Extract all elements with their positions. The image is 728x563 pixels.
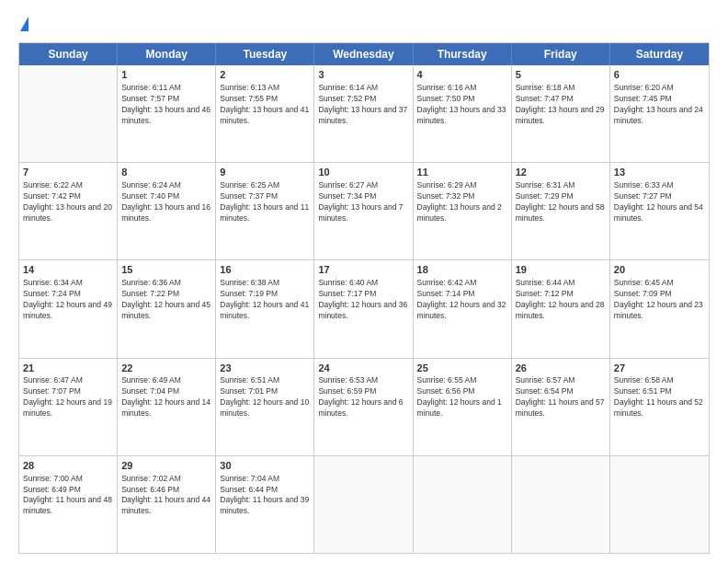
cell-day-number: 15 — [121, 263, 211, 277]
cell-day-number: 8 — [121, 166, 211, 179]
calendar-cell: 26Sunrise: 6:57 AM Sunset: 6:54 PM Dayli… — [512, 359, 610, 455]
cell-info: Sunrise: 6:40 AM Sunset: 7:17 PM Dayligh… — [318, 278, 408, 322]
calendar-cell: 7Sunrise: 6:22 AM Sunset: 7:42 PM Daylig… — [19, 163, 118, 259]
calendar-cell: 1Sunrise: 6:11 AM Sunset: 7:57 PM Daylig… — [118, 65, 216, 162]
calendar-cell: 20Sunrise: 6:45 AM Sunset: 7:09 PM Dayli… — [610, 260, 709, 357]
calendar-cell: 8Sunrise: 6:24 AM Sunset: 7:40 PM Daylig… — [118, 163, 216, 259]
calendar-cell: 16Sunrise: 6:38 AM Sunset: 7:19 PM Dayli… — [216, 260, 314, 357]
cell-info: Sunrise: 6:13 AM Sunset: 7:55 PM Dayligh… — [220, 83, 310, 127]
col-head-sunday: Sunday — [19, 43, 118, 65]
cell-day-number: 22 — [121, 362, 211, 375]
calendar-cell: 11Sunrise: 6:29 AM Sunset: 7:32 PM Dayli… — [414, 163, 512, 259]
cell-info: Sunrise: 6:14 AM Sunset: 7:52 PM Dayligh… — [318, 83, 408, 127]
cell-info: Sunrise: 6:53 AM Sunset: 6:59 PM Dayligh… — [318, 375, 408, 419]
cell-day-number: 25 — [417, 362, 507, 375]
cell-info: Sunrise: 6:20 AM Sunset: 7:45 PM Dayligh… — [614, 83, 705, 127]
page: SundayMondayTuesdayWednesdayThursdayFrid… — [0, 0, 728, 563]
col-head-wednesday: Wednesday — [314, 43, 413, 65]
cell-info: Sunrise: 7:04 AM Sunset: 6:44 PM Dayligh… — [220, 474, 310, 518]
cell-day-number: 1 — [121, 68, 211, 82]
calendar-cell: 10Sunrise: 6:27 AM Sunset: 7:34 PM Dayli… — [314, 163, 413, 259]
calendar-cell: 30Sunrise: 7:04 AM Sunset: 6:44 PM Dayli… — [216, 456, 314, 553]
cell-day-number: 4 — [417, 68, 507, 82]
cell-info: Sunrise: 6:29 AM Sunset: 7:32 PM Dayligh… — [417, 180, 507, 224]
calendar-cell: 28Sunrise: 7:00 AM Sunset: 6:49 PM Dayli… — [19, 456, 118, 553]
cell-info: Sunrise: 6:44 AM Sunset: 7:12 PM Dayligh… — [516, 278, 606, 322]
cell-day-number: 16 — [220, 263, 310, 277]
cell-info: Sunrise: 6:24 AM Sunset: 7:40 PM Dayligh… — [121, 180, 211, 224]
calendar-cell: 13Sunrise: 6:33 AM Sunset: 7:27 PM Dayli… — [610, 163, 709, 259]
cell-day-number: 19 — [516, 263, 606, 277]
calendar-cell — [414, 456, 512, 553]
cell-info: Sunrise: 6:57 AM Sunset: 6:54 PM Dayligh… — [516, 375, 606, 419]
cell-day-number: 7 — [23, 166, 113, 179]
logo — [18, 17, 28, 33]
cell-day-number: 24 — [318, 362, 408, 375]
col-head-saturday: Saturday — [610, 43, 709, 65]
calendar-header: SundayMondayTuesdayWednesdayThursdayFrid… — [19, 43, 709, 65]
calendar-cell: 5Sunrise: 6:18 AM Sunset: 7:47 PM Daylig… — [512, 65, 610, 162]
cell-info: Sunrise: 6:11 AM Sunset: 7:57 PM Dayligh… — [121, 83, 211, 127]
cell-day-number: 20 — [614, 263, 705, 277]
cell-day-number: 13 — [614, 166, 705, 179]
calendar-cell: 25Sunrise: 6:55 AM Sunset: 6:56 PM Dayli… — [414, 359, 512, 455]
logo-triangle-icon — [20, 17, 28, 31]
calendar-cell: 6Sunrise: 6:20 AM Sunset: 7:45 PM Daylig… — [610, 65, 709, 162]
calendar-cell: 2Sunrise: 6:13 AM Sunset: 7:55 PM Daylig… — [216, 65, 314, 162]
cell-info: Sunrise: 6:31 AM Sunset: 7:29 PM Dayligh… — [516, 180, 606, 224]
cell-info: Sunrise: 6:16 AM Sunset: 7:50 PM Dayligh… — [417, 83, 507, 127]
calendar-row-1: 7Sunrise: 6:22 AM Sunset: 7:42 PM Daylig… — [19, 163, 709, 260]
cell-info: Sunrise: 6:22 AM Sunset: 7:42 PM Dayligh… — [23, 180, 113, 224]
cell-info: Sunrise: 6:25 AM Sunset: 7:37 PM Dayligh… — [220, 180, 310, 224]
cell-day-number: 26 — [516, 362, 606, 375]
calendar-cell: 15Sunrise: 6:36 AM Sunset: 7:22 PM Dayli… — [118, 260, 216, 357]
cell-day-number: 6 — [614, 68, 705, 82]
calendar-body: 1Sunrise: 6:11 AM Sunset: 7:57 PM Daylig… — [19, 65, 709, 553]
cell-info: Sunrise: 6:47 AM Sunset: 7:07 PM Dayligh… — [23, 375, 113, 419]
cell-info: Sunrise: 7:02 AM Sunset: 6:46 PM Dayligh… — [121, 474, 211, 518]
cell-day-number: 18 — [417, 263, 507, 277]
cell-day-number: 30 — [220, 459, 310, 473]
cell-info: Sunrise: 6:51 AM Sunset: 7:01 PM Dayligh… — [220, 375, 310, 419]
cell-day-number: 10 — [318, 166, 408, 179]
calendar-cell — [314, 456, 413, 553]
cell-day-number: 28 — [23, 459, 113, 473]
calendar-cell: 4Sunrise: 6:16 AM Sunset: 7:50 PM Daylig… — [414, 65, 512, 162]
col-head-thursday: Thursday — [414, 43, 512, 65]
calendar-cell: 29Sunrise: 7:02 AM Sunset: 6:46 PM Dayli… — [118, 456, 216, 553]
cell-info: Sunrise: 6:38 AM Sunset: 7:19 PM Dayligh… — [220, 278, 310, 322]
col-head-tuesday: Tuesday — [216, 43, 314, 65]
cell-info: Sunrise: 6:18 AM Sunset: 7:47 PM Dayligh… — [516, 83, 606, 127]
cell-info: Sunrise: 6:36 AM Sunset: 7:22 PM Dayligh… — [121, 278, 211, 322]
cell-day-number: 21 — [23, 362, 113, 375]
cell-day-number: 27 — [614, 362, 705, 375]
cell-day-number: 3 — [318, 68, 408, 82]
cell-info: Sunrise: 6:45 AM Sunset: 7:09 PM Dayligh… — [614, 278, 705, 322]
cell-info: Sunrise: 6:49 AM Sunset: 7:04 PM Dayligh… — [121, 375, 211, 419]
calendar-cell: 12Sunrise: 6:31 AM Sunset: 7:29 PM Dayli… — [512, 163, 610, 259]
cell-info: Sunrise: 6:55 AM Sunset: 6:56 PM Dayligh… — [417, 375, 507, 419]
cell-day-number: 11 — [417, 166, 507, 179]
calendar-cell — [19, 65, 118, 162]
cell-day-number: 14 — [23, 263, 113, 277]
calendar-cell — [512, 456, 610, 553]
calendar-cell — [610, 456, 709, 553]
cell-info: Sunrise: 6:34 AM Sunset: 7:24 PM Dayligh… — [23, 278, 113, 322]
calendar-cell: 21Sunrise: 6:47 AM Sunset: 7:07 PM Dayli… — [19, 359, 118, 455]
calendar-cell: 19Sunrise: 6:44 AM Sunset: 7:12 PM Dayli… — [512, 260, 610, 357]
cell-info: Sunrise: 6:58 AM Sunset: 6:51 PM Dayligh… — [614, 375, 705, 419]
header — [18, 17, 710, 33]
calendar-cell: 23Sunrise: 6:51 AM Sunset: 7:01 PM Dayli… — [216, 359, 314, 455]
calendar-row-0: 1Sunrise: 6:11 AM Sunset: 7:57 PM Daylig… — [19, 65, 709, 163]
cell-day-number: 29 — [121, 459, 211, 473]
cell-day-number: 2 — [220, 68, 310, 82]
col-head-monday: Monday — [118, 43, 216, 65]
col-head-friday: Friday — [512, 43, 610, 65]
calendar-cell: 9Sunrise: 6:25 AM Sunset: 7:37 PM Daylig… — [216, 163, 314, 259]
calendar-cell: 17Sunrise: 6:40 AM Sunset: 7:17 PM Dayli… — [314, 260, 413, 357]
calendar-cell: 27Sunrise: 6:58 AM Sunset: 6:51 PM Dayli… — [610, 359, 709, 455]
cell-day-number: 9 — [220, 166, 310, 179]
cell-day-number: 12 — [516, 166, 606, 179]
cell-info: Sunrise: 7:00 AM Sunset: 6:49 PM Dayligh… — [23, 474, 113, 518]
cell-info: Sunrise: 6:33 AM Sunset: 7:27 PM Dayligh… — [614, 180, 705, 224]
